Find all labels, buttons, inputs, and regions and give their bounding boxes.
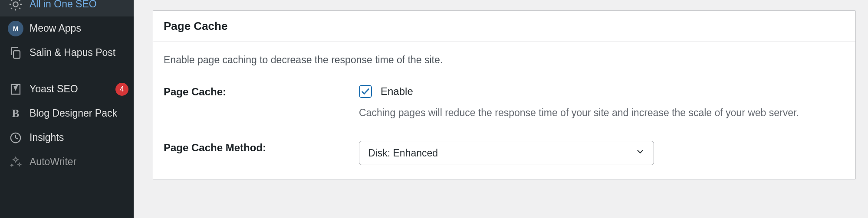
blog-designer-icon: B <box>8 106 23 121</box>
notification-badge: 4 <box>115 83 128 96</box>
field-page-cache: Page Cache: Enable Caching pages will re… <box>164 85 845 120</box>
sidebar-item-label: All in One SEO <box>30 0 128 11</box>
field-page-cache-method: Page Cache Method: Disk: Enhanced <box>164 141 845 165</box>
sidebar-item-label: Insights <box>30 131 128 144</box>
svg-rect-1 <box>13 51 20 59</box>
card-description: Enable page caching to decrease the resp… <box>164 54 845 66</box>
page-cache-card: Page Cache Enable page caching to decrea… <box>153 10 856 179</box>
page-cache-checkbox[interactable] <box>359 85 372 98</box>
sidebar-item-meow[interactable]: M Meow Apps <box>0 16 134 41</box>
sidebar-item-label: Blog Designer Pack <box>30 107 128 120</box>
aioseo-icon <box>8 0 23 12</box>
chevron-down-icon <box>635 147 645 159</box>
sidebar-item-label: AutoWriter <box>30 156 128 169</box>
svg-point-0 <box>13 2 18 7</box>
sidebar-item-blog-designer[interactable]: B Blog Designer Pack <box>0 101 134 126</box>
sidebar-item-insights[interactable]: Insights <box>0 126 134 150</box>
sidebar-item-label: Salin & Hapus Post <box>30 46 128 59</box>
sidebar-item-autowriter[interactable]: AutoWriter <box>0 150 134 174</box>
insights-icon <box>8 130 23 146</box>
meow-icon: M <box>8 21 23 36</box>
field-help-text: Caching pages will reduce the response t… <box>359 106 836 120</box>
copy-icon <box>8 45 23 61</box>
main-content: Page Cache Enable page caching to decrea… <box>134 0 868 218</box>
sidebar-item-salin-hapus[interactable]: Salin & Hapus Post <box>0 41 134 65</box>
sidebar-item-yoast[interactable]: Yoast SEO 4 <box>0 77 134 101</box>
select-value: Disk: Enhanced <box>368 147 438 159</box>
field-label: Page Cache Method: <box>164 141 359 154</box>
page-cache-method-select[interactable]: Disk: Enhanced <box>359 141 654 165</box>
sidebar-item-aioseo[interactable]: All in One SEO <box>0 0 134 16</box>
sidebar-item-label: Meow Apps <box>30 22 128 35</box>
autowriter-icon <box>8 154 23 170</box>
checkbox-label: Enable <box>381 85 413 98</box>
card-title: Page Cache <box>153 11 855 42</box>
admin-sidebar: All in One SEO M Meow Apps Salin & Hapus… <box>0 0 134 218</box>
sidebar-item-label: Yoast SEO <box>30 83 111 96</box>
yoast-icon <box>8 81 23 97</box>
field-label: Page Cache: <box>164 85 359 98</box>
